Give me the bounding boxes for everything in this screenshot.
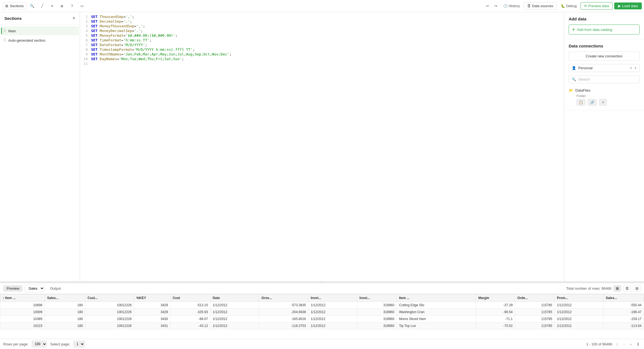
preview-tab[interactable]: Preview [3, 285, 23, 292]
col-invoi-2[interactable]: Invoi... [357, 294, 396, 302]
preview-data-button[interactable]: ⟳ Preview data [581, 2, 613, 10]
rows-per-page-select[interactable]: 100 50 25 [32, 341, 47, 347]
col-invoi-1[interactable]: Invoi... [308, 294, 357, 302]
indent-button[interactable]: ≡ [48, 2, 57, 10]
main-area: Sections + ⠿ Main 🗑 ⠿ Auto-generated sec… [0, 12, 644, 281]
code-line-7: 7 SET DateFormat='M/D/YYYY'; [80, 42, 564, 47]
col-cost[interactable]: Cost [170, 294, 210, 302]
load-icon: ▶ [618, 4, 621, 8]
line-code-6: SET TimeFormat='h:mm:ss TT'; [91, 38, 151, 42]
outdent-button[interactable]: ≣ [58, 2, 66, 10]
line-num-9: 9 [80, 52, 91, 56]
first-page-button[interactable]: ⟪ [614, 342, 620, 347]
sidebar-item-autogenerated[interactable]: ⠿ Auto-generated section [1, 36, 79, 45]
script-button[interactable]: ╱ [38, 2, 47, 10]
rows-per-page-label: Rows per page: [3, 342, 28, 346]
data-connections-section: Data connections Create new connection 👤… [564, 39, 644, 110]
file-action-1[interactable]: 📋 [576, 99, 586, 106]
help-button[interactable]: ? [68, 2, 76, 10]
history-icon: 🕐 [503, 4, 508, 8]
col-gros[interactable]: Gros... [259, 294, 308, 302]
add-section-button[interactable]: + [72, 15, 75, 21]
last-page-button[interactable]: ⟫ [635, 342, 641, 347]
search-icon: 🔍 [30, 4, 34, 8]
create-connection-button[interactable]: Create new connection [569, 52, 640, 61]
col-sales[interactable]: Sales... [45, 294, 85, 302]
data-sources-button[interactable]: 🗄 Data sources [524, 2, 557, 10]
sidebar-item-autogenerated-label: Auto-generated section [8, 38, 75, 42]
add-from-catalog-button[interactable]: + Add from data catalog [569, 25, 640, 34]
sections-toggle-button[interactable]: ⊞ Sections [2, 2, 27, 9]
datafiles-folder[interactable]: 📁 DataFiles [569, 87, 640, 94]
col-item-desc[interactable]: Item ... [397, 294, 476, 302]
file-action-2[interactable]: 🔗 [588, 99, 597, 106]
search-button[interactable]: 🔍 [28, 2, 37, 10]
code-line-9: 9 SET MonthNames='Jan;Feb;Mar;Apr;May;Ju… [80, 52, 564, 57]
line-num-2: 2 [80, 19, 91, 23]
folder-icon: 📁 [569, 88, 573, 92]
chevron-down-icon[interactable]: ▾ [635, 66, 637, 70]
help-icon: ? [71, 4, 73, 8]
sidebar-item-main-label: Main [8, 29, 75, 33]
col-margin[interactable]: Margin [476, 294, 515, 302]
col-cust[interactable]: Cust... [85, 294, 134, 302]
add-data-section: Add data + Add from data catalog [564, 12, 644, 39]
line-code-9: SET MonthNames='Jan;Feb;Mar;Apr;May;Jun;… [91, 52, 231, 56]
table-header: ↕ Item ... Sales... Cust... %KEY Cost Da… [0, 294, 644, 302]
preview-icon: ⟳ [584, 4, 587, 8]
sidebar-items-list: ⠿ Main 🗑 ⠿ Auto-generated section [0, 25, 80, 281]
line-code-2: SET DecimalSep='.'; [91, 19, 132, 23]
line-code-3: SET MoneyThousandSep=','; [91, 24, 145, 28]
line-code-7: SET DateFormat='M/D/YYYY'; [91, 43, 147, 47]
col-prom[interactable]: Prom... [555, 294, 603, 302]
plus-icon: + [572, 27, 575, 32]
grid-view-button[interactable]: ⊟ [633, 285, 641, 292]
code-editor[interactable]: 1 SET ThousandSep=','; 2 SET DecimalSep=… [80, 12, 564, 281]
col-pct-key[interactable]: %KEY [134, 294, 171, 302]
col-sales-date[interactable]: Sales... [603, 294, 644, 302]
table-view-button[interactable]: ⊞ [614, 285, 621, 292]
list-view-button[interactable]: ☰ [623, 285, 631, 292]
drag-handle-icon: ⠿ [3, 29, 6, 33]
sidebar-item-main[interactable]: ⠿ Main 🗑 [1, 26, 79, 35]
next-page-button[interactable]: › [629, 342, 633, 347]
snippet-button[interactable]: ▭ [78, 2, 86, 10]
bottom-toolbar-right: Total number of rows: 96466 ⊞ ☰ ⊟ [566, 285, 641, 292]
col-orde[interactable]: Orde... [515, 294, 555, 302]
search-box[interactable]: 🔍 [569, 75, 640, 83]
line-code-5: SET MoneyFormat='$#,##0.00;($#,##0.00)'; [91, 33, 177, 38]
table-selector[interactable]: Sales [25, 285, 44, 292]
line-code-10: SET DayNames='Mon;Tue;Wed;Thu;Fri;Sat;Su… [91, 57, 184, 61]
file-action-3[interactable]: ↗ [599, 99, 607, 106]
pagination-nav: 1 - 100 of 96466 ⟪ ‹ › ⟫ [586, 342, 641, 347]
undo-button[interactable]: ↩ [484, 3, 491, 9]
search-input[interactable] [578, 77, 637, 81]
code-line-4: 4 SET MoneyDecimalSep='.'; [80, 28, 564, 33]
table-body: 10696 180 10012226 3428 -513.15 1/12/201… [0, 302, 644, 329]
line-code-8: SET TimestampFormat='M/D/YYYY h:mm:ss[.f… [91, 47, 195, 52]
col-date[interactable]: Date [210, 294, 259, 302]
data-table-container[interactable]: ↕ Item ... Sales... Cust... %KEY Cost Da… [0, 294, 644, 339]
close-icon[interactable]: ✕ [629, 66, 632, 70]
line-num-4: 4 [80, 29, 91, 33]
history-button[interactable]: 🕐 History [501, 3, 522, 9]
personal-icon: 👤 [572, 66, 576, 70]
table-header-row: ↕ Item ... Sales... Cust... %KEY Cost Da… [0, 294, 644, 302]
line-num-7: 7 [80, 43, 91, 47]
prev-page-button[interactable]: ‹ [622, 342, 626, 347]
sections-label: Sections [10, 4, 24, 8]
indent-icon: ≡ [51, 4, 53, 8]
code-line-3: 3 SET MoneyThousandSep=','; [80, 24, 564, 28]
debug-icon: 🐛 [561, 4, 565, 8]
page-select[interactable]: 1 [73, 341, 85, 347]
bottom-panel: Preview Sales Output Total number of row… [0, 283, 644, 349]
debug-button[interactable]: 🐛 Debug [558, 3, 579, 9]
connection-selector[interactable]: 👤 Personal ✕ ▾ [569, 64, 640, 72]
code-line-10: 10 SET DayNames='Mon;Tue;Wed;Thu;Fri;Sat… [80, 57, 564, 61]
line-num-6: 6 [80, 38, 91, 42]
output-tab[interactable]: Output [47, 285, 64, 292]
redo-button[interactable]: ↪ [492, 3, 499, 9]
load-data-button[interactable]: ▶ Load data [614, 2, 642, 9]
col-item-num[interactable]: ↕ Item ... [0, 294, 45, 302]
data-sources-icon: 🗄 [527, 4, 531, 8]
